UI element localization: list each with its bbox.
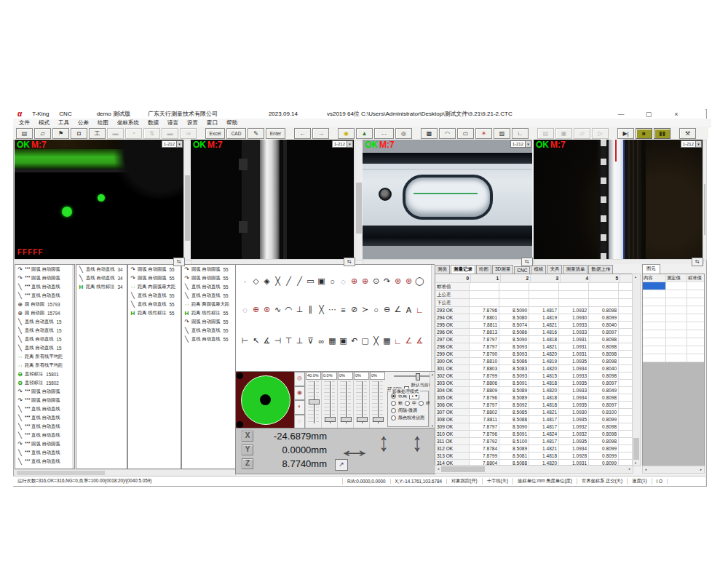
zoom-select[interactable]: 1-212▾ <box>681 140 702 148</box>
probe-button[interactable]: ⚑ <box>52 128 69 139</box>
list-item[interactable]: ↷*** 圆弧 自动圆弧 <box>15 396 74 404</box>
tool-icon[interactable]: ▣ <box>316 276 327 286</box>
table-row[interactable]: 312 OK7.87848.50891.48211.09340.80991.09… <box>435 445 633 453</box>
table-row[interactable]: 298 OK7.87978.50931.48211.09310.80981.09… <box>435 343 633 351</box>
element-row[interactable] <box>643 298 704 306</box>
jog-vertical-arrows[interactable]: ↕ <box>379 428 389 458</box>
fixture-button[interactable]: ◘ <box>71 128 87 139</box>
table-fixed-row[interactable]: 下公差 <box>435 299 633 307</box>
radio-button[interactable] <box>391 394 396 399</box>
maximize-button[interactable]: ▢ <box>640 111 657 118</box>
element-row[interactable] <box>643 282 704 290</box>
light-slider[interactable]: 0% <box>369 372 385 428</box>
ring-segment-button[interactable]: ◌ <box>294 415 305 429</box>
tool-button[interactable]: ⚒ <box>679 128 696 139</box>
magnifier-button[interactable]: ◎ <box>395 128 412 139</box>
menu-公差[interactable]: 公差 <box>78 119 89 127</box>
arrow-right-button[interactable]: → <box>312 128 329 139</box>
ring-segment-button[interactable]: ◐ <box>294 400 305 415</box>
tool-icon[interactable]: ⊙ <box>371 276 381 286</box>
list-item[interactable]: ╲直线 自动直线55 <box>182 326 235 335</box>
list-item[interactable]: ╲*** 直线 自动直线 <box>15 448 74 457</box>
table-row[interactable]: 306 OK7.87978.50921.48181.09350.80971.09… <box>435 402 633 409</box>
pause-button[interactable]: ▮▮ <box>654 128 670 139</box>
table-row[interactable]: 305 OK7.87968.50891.48181.09340.80981.09… <box>435 394 633 402</box>
list-item[interactable]: H距离 线性标注34 <box>76 282 127 291</box>
tab-3D测量[interactable]: 3D测量 <box>492 265 513 274</box>
list-item[interactable]: ↷圆弧 自动圆弧55 <box>128 274 181 282</box>
list-item[interactable]: ╲直线 自动直线15 <box>15 343 74 352</box>
tool-icon[interactable]: ◈ <box>261 276 272 286</box>
list-item[interactable]: ╲直线 自动直线55 <box>128 300 181 308</box>
menu-帮助[interactable]: 帮助 <box>226 119 237 127</box>
diagonal-move-button[interactable]: ↗ <box>335 459 348 471</box>
table-fixed-row[interactable]: 上公差 <box>435 291 633 299</box>
table-row[interactable]: 296 OK7.88138.50861.48161.09330.80971.09… <box>435 329 633 336</box>
minimize-button[interactable]: — <box>612 111 630 118</box>
camera1-flip-button[interactable]: ⇆ <box>173 258 185 266</box>
table-row[interactable]: 297 OK7.87978.50901.48181.09310.80981.09… <box>435 336 633 343</box>
tool-icon[interactable]: ∟ <box>392 337 403 346</box>
tool-icon[interactable]: ▣ <box>338 336 349 346</box>
blank2-button[interactable]: ▭ <box>457 128 474 139</box>
report-button[interactable]: ✎ <box>248 128 264 139</box>
save-button[interactable]: ▤ <box>16 128 33 139</box>
menu-设置[interactable]: 设置 <box>187 119 198 127</box>
tool-icon[interactable]: ∟ <box>414 306 425 314</box>
light-button[interactable]: ◉ <box>338 128 355 139</box>
light-slider[interactable]: 40.0% <box>305 372 321 428</box>
zoom-select[interactable]: 1-212▾ <box>162 140 183 148</box>
list-item[interactable]: ⇔距离 内圆弧最大距 <box>128 282 181 291</box>
tool-icon[interactable]: ⊥ <box>294 305 305 314</box>
light-slider[interactable]: 0% <box>353 372 369 428</box>
zoom-select[interactable]: 1-212▾ <box>510 140 531 148</box>
open-button[interactable]: ▱ <box>34 128 51 139</box>
tool-icon[interactable]: ◠ <box>283 305 294 314</box>
jog-z-arrows[interactable]: ↕ <box>412 428 422 458</box>
table-row[interactable]: 302 OK7.87998.50931.48151.09330.80981.09… <box>435 372 633 380</box>
list-item[interactable]: H距离 线性标注55 <box>182 308 235 317</box>
tool-icon[interactable]: ⋯ <box>327 305 338 314</box>
tool-icon[interactable]: ∡ <box>261 336 272 346</box>
tool-icon[interactable]: ⊣ <box>272 336 283 346</box>
camera2-flip-button[interactable]: ⇆ <box>344 258 355 266</box>
image-button[interactable]: ▲ <box>356 128 373 139</box>
camera-view-1[interactable]: OKM:7 1-212▾ FFFFF <box>15 140 183 259</box>
enter-button[interactable]: Enter <box>266 128 285 139</box>
slider-thumb[interactable] <box>325 417 336 422</box>
tool-icon[interactable]: ╳ <box>371 336 381 346</box>
laser-button[interactable]: ☀ <box>475 128 492 139</box>
list-item[interactable]: ⇔距离 两圆弧最大距 <box>182 300 235 308</box>
run-to-end-button[interactable]: ▶| <box>617 128 634 139</box>
tool-icon[interactable]: ╳ <box>272 276 283 286</box>
element-row[interactable] <box>643 330 704 338</box>
camera-view-3-selected[interactable]: OKM:7 1-212▾ <box>363 140 532 259</box>
camera4-flip-button[interactable]: ⇆ <box>692 258 703 266</box>
list1-scrollbar[interactable] <box>72 265 74 469</box>
menu-窗口[interactable]: 窗口 <box>207 119 218 127</box>
list-item[interactable]: ╲*** 直线 自动直线 <box>15 457 74 466</box>
list-item[interactable]: ╲直线 自动直线34 <box>76 274 127 282</box>
tool-icon[interactable]: ╳ <box>316 305 327 314</box>
camera4-vscrollbar[interactable] <box>703 140 707 260</box>
table-row[interactable]: 293 OK7.87968.50901.48171.09320.80981.09… <box>435 307 633 314</box>
list-item[interactable]: ↷*** 圆弧 自动圆弧 <box>15 274 74 282</box>
slider-thumb[interactable] <box>341 417 352 422</box>
table-row[interactable]: 301 OK7.88038.50831.48201.09340.80401.09… <box>435 365 633 372</box>
edge-tool-button[interactable]: 工 <box>89 128 106 139</box>
tool-icon[interactable]: ▦ <box>327 336 338 346</box>
list-item[interactable]: ⊖直径标注15802 <box>15 378 74 387</box>
element-row[interactable] <box>643 354 704 362</box>
table-row[interactable]: 313 OK7.87998.50811.48181.09280.80991.09… <box>435 453 633 460</box>
jog-horizontal-arrows[interactable]: ↔ <box>336 437 373 462</box>
list-item[interactable]: ⊕圆 自动圆15794 <box>15 308 74 317</box>
list-item[interactable]: ╲*** 直线 自动直线 <box>15 282 74 291</box>
list-item[interactable]: ↷*** 圆弧 自动圆弧 <box>15 439 74 448</box>
radio-button[interactable] <box>419 401 424 406</box>
list-item[interactable]: ╲直线 自动直线15 <box>15 335 74 343</box>
tool-icon[interactable]: · <box>240 277 250 286</box>
list-item[interactable]: ╲直线 自动直线34 <box>76 265 127 274</box>
element-row[interactable] <box>643 314 704 322</box>
list-item[interactable]: ⊖直径标注15801 <box>15 370 74 378</box>
tool-icon[interactable]: ∥ <box>305 305 316 314</box>
